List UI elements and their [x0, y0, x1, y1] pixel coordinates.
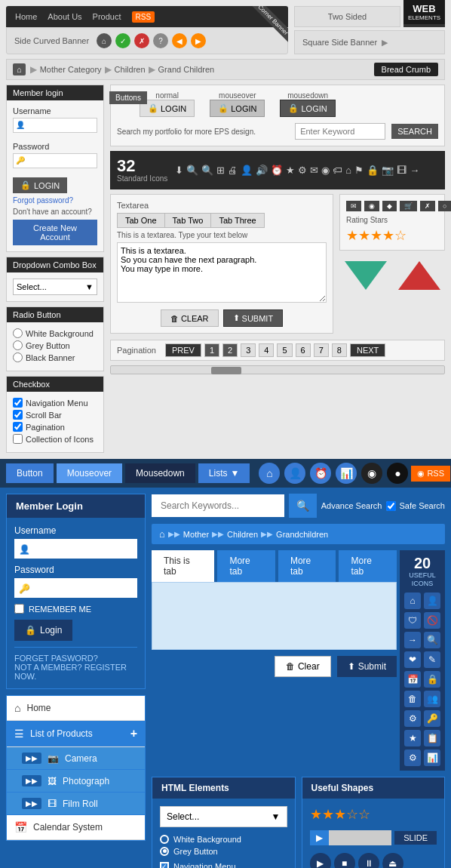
blue-search-button[interactable]: 🔍 — [289, 494, 317, 518]
password-input[interactable] — [13, 153, 97, 168]
ui-icon-settings2[interactable]: ⚙ — [404, 749, 421, 766]
pagination-page-6[interactable]: 6 — [296, 343, 311, 357]
nav-item-home[interactable]: ⌂ Home — [7, 696, 145, 721]
ui-icon-home[interactable]: ⌂ — [404, 593, 421, 609]
radio-1[interactable] — [13, 340, 23, 350]
q-circle-icon[interactable]: ? — [153, 33, 168, 48]
radio-item-0[interactable]: White Background — [13, 328, 97, 338]
blue-mouseover-btn[interactable]: Mouseover — [57, 463, 122, 483]
pagination-page-8[interactable]: 8 — [332, 343, 347, 357]
ui-icon-lock[interactable]: 🔒 — [424, 671, 440, 688]
ui-icon-gear[interactable]: ⚙ — [404, 710, 421, 727]
radio-2[interactable] — [13, 352, 23, 362]
blue-black-icon[interactable]: ● — [387, 463, 408, 484]
media-stop-btn[interactable]: ■ — [334, 853, 355, 868]
nav-item-calendar[interactable]: 📅 Calendar System — [7, 815, 145, 840]
ui-icon-heart[interactable]: ❤ — [404, 651, 421, 668]
login-button[interactable]: 🔒 LOGIN — [13, 177, 67, 193]
icon-circle-tab[interactable]: ◉ — [364, 201, 379, 211]
add-products-btn[interactable]: + — [130, 727, 137, 740]
ui-icon-shield[interactable]: 🛡 — [404, 612, 421, 629]
blue-password-input[interactable] — [14, 578, 137, 598]
forgot-password-blue-link[interactable]: FORGET PASWORD? — [14, 654, 137, 663]
ui-icon-clip[interactable]: 📋 — [424, 730, 440, 746]
advance-search-link[interactable]: Advance Search — [321, 501, 382, 510]
x-circle-icon[interactable]: ✗ — [134, 33, 149, 48]
forgot-password-link[interactable]: Forgot password? — [13, 196, 97, 205]
checkbox-item-1[interactable]: Scroll Bar — [13, 410, 97, 420]
register-link[interactable]: NOT A MEMBER? REGISTER NOW. — [14, 663, 137, 681]
blue-submit-button[interactable]: ⬆ Submit — [337, 656, 397, 677]
media-eject-btn[interactable]: ⏏ — [382, 853, 403, 868]
check-circle-icon[interactable]: ✓ — [115, 33, 130, 48]
create-account-button[interactable]: Create New Account — [13, 220, 97, 245]
ui-icon-star-ui[interactable]: ★ — [404, 730, 421, 746]
icon-cart-tab[interactable]: 🛒 — [400, 201, 417, 211]
ui-icon-search[interactable]: 🔍 — [424, 632, 440, 648]
blue-checkbox-item-0[interactable]: Navigation Menu — [160, 862, 287, 868]
nav-sub-camera[interactable]: ▶▶ 📷 Camera — [7, 747, 145, 770]
ui-icon-calendar[interactable]: 📅 — [404, 671, 421, 688]
ui-icon-user[interactable]: 👤 — [424, 593, 440, 609]
nav-sub-film[interactable]: ▶▶ 🎞 Film Roll — [7, 793, 145, 815]
blue-bc-home-icon[interactable]: ⌂ — [159, 528, 165, 540]
checkbox-2[interactable] — [13, 422, 23, 432]
pagination-page-5[interactable]: 5 — [277, 343, 292, 357]
home-circle-icon[interactable]: ⌂ — [97, 33, 112, 48]
icon-x-tab[interactable]: ✗ — [420, 201, 435, 211]
button-hover[interactable]: 🔒 LOGIN — [210, 100, 265, 117]
nav-item-home[interactable]: Home — [15, 12, 37, 21]
pagination-prev[interactable]: PREV — [165, 343, 201, 357]
tab-one[interactable]: Tab One — [117, 213, 165, 228]
right-circle-icon[interactable]: ▶ — [191, 33, 206, 48]
dropdown-select[interactable]: Select... ▼ — [13, 279, 97, 295]
pagination-page-7[interactable]: 7 — [314, 343, 329, 357]
ui-icon-edit[interactable]: ✎ — [424, 651, 440, 668]
tab-three[interactable]: Tab Three — [210, 213, 264, 228]
left-circle-icon[interactable]: ◀ — [172, 33, 187, 48]
username-input[interactable] — [13, 118, 97, 133]
rss-nav-btn[interactable]: RSS — [132, 11, 155, 23]
blue-tab-1[interactable]: More tab — [217, 550, 275, 582]
nav-item-list-products[interactable]: ☰ List of Products + — [7, 721, 145, 747]
media-pause-btn[interactable]: ⏸ — [358, 853, 379, 868]
remember-me-row[interactable]: REMEMBER ME — [14, 604, 137, 614]
nav-item-product[interactable]: Product — [93, 12, 121, 21]
slider-track[interactable] — [329, 830, 392, 845]
remember-checkbox[interactable] — [14, 604, 24, 614]
search-button[interactable]: SEARCH — [391, 124, 438, 139]
textarea-input[interactable]: This is a textarea. So you can have the … — [117, 242, 327, 303]
search-keyword-input[interactable] — [295, 123, 385, 140]
blue-user-icon[interactable]: 👤 — [284, 463, 305, 484]
blue-tab-0[interactable]: This is tab — [152, 550, 214, 582]
scrollbar-thumb[interactable] — [211, 367, 241, 374]
nav-item-about[interactable]: About Us — [48, 12, 81, 21]
checkbox-item-0[interactable]: Navigation Menu — [13, 398, 97, 408]
icon-mail-tab[interactable]: ✉ — [346, 201, 361, 211]
slider-play-btn[interactable]: ▶ — [310, 830, 329, 845]
blue-search-input[interactable] — [152, 494, 284, 517]
checkbox-3[interactable] — [13, 434, 23, 444]
checkbox-item-3[interactable]: Collection of Icons — [13, 434, 97, 444]
blue-radio-item-0[interactable]: White Background — [160, 835, 287, 844]
blue-username-input[interactable] — [14, 539, 137, 559]
blue-clear-button[interactable]: 🗑 Clear — [275, 656, 331, 677]
checkbox-0[interactable] — [13, 398, 23, 408]
pagination-page-2[interactable]: 2 — [222, 343, 238, 357]
radio-item-1[interactable]: Grey Button — [13, 340, 97, 350]
button-down[interactable]: 🔒 LOGIN — [280, 100, 335, 117]
pagination-next[interactable]: NEXT — [350, 343, 385, 357]
button-normal[interactable]: 🔒 LOGIN — [140, 100, 195, 117]
blue-clock-icon[interactable]: ⏰ — [310, 463, 331, 484]
checkbox-item-2[interactable]: Pagination — [13, 422, 97, 432]
clear-button[interactable]: 🗑 CLEAR — [161, 309, 219, 327]
breadcrumb-home-icon[interactable]: ⌂ — [13, 63, 26, 75]
radio-item-2[interactable]: Black Banner — [13, 352, 97, 362]
radio-0[interactable] — [13, 328, 23, 338]
blue-tab-3[interactable]: More tab — [339, 550, 397, 582]
blue-chart-icon[interactable]: 📊 — [336, 463, 357, 484]
media-play-btn[interactable]: ▶ — [310, 853, 331, 868]
rating-stars[interactable]: ★★★★☆ — [346, 227, 438, 244]
icon-o-tab[interactable]: ○ — [438, 201, 451, 211]
blue-lists-btn[interactable]: Lists ▼ — [198, 463, 250, 483]
